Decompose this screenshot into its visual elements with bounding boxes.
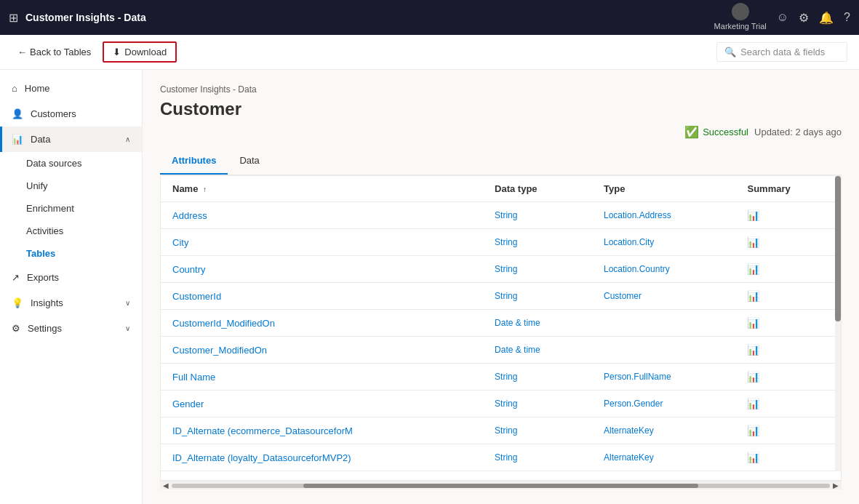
cell-summary[interactable]: 📊 — [735, 444, 841, 471]
topbar: ⊞ Customer Insights - Data Marketing Tri… — [0, 0, 859, 35]
hscroll-thumb[interactable] — [303, 484, 698, 488]
cell-summary[interactable]: 📊 — [735, 283, 841, 310]
cell-data-type: String — [483, 202, 592, 229]
scroll-right-arrow[interactable]: ▶ — [833, 481, 839, 489]
smiley-icon[interactable]: ☺ — [777, 11, 788, 24]
data-table: Name ↑ Data type Type Summary AddressStr… — [161, 176, 841, 471]
sidebar: ⌂ Home 👤 Customers 📊 Data ∧ Data sources… — [0, 70, 143, 504]
user-label: Marketing Trial — [714, 3, 767, 31]
cell-name[interactable]: Address — [161, 202, 483, 229]
cell-summary[interactable]: 📊 — [735, 310, 841, 337]
cell-name[interactable]: Country — [161, 256, 483, 283]
cell-summary[interactable]: 📊 — [735, 364, 841, 391]
sidebar-item-customers[interactable]: 👤 Customers — [0, 101, 142, 127]
grid-icon[interactable]: ⊞ — [9, 11, 18, 25]
check-circle-icon: ✅ — [684, 125, 699, 139]
cell-data-type: String — [483, 256, 592, 283]
chart-bar-icon[interactable]: 📊 — [747, 317, 759, 329]
sidebar-subitem-data-sources[interactable]: Data sources — [26, 152, 142, 175]
cell-name[interactable]: Customer_ModifiedOn — [161, 337, 483, 364]
cell-type — [592, 337, 735, 364]
chart-bar-icon[interactable]: 📊 — [747, 290, 759, 302]
sidebar-subitem-enrichment[interactable]: Enrichment — [26, 197, 142, 220]
scroll-left-arrow[interactable]: ◀ — [163, 481, 169, 489]
chart-bar-icon[interactable]: 📊 — [747, 344, 759, 356]
sidebar-item-data[interactable]: 📊 Data ∧ — [0, 127, 142, 152]
sidebar-subitem-label: Unify — [26, 180, 48, 191]
cell-name[interactable]: ID_Alternate (ecommerce_DatasourceforM — [161, 417, 483, 444]
home-icon: ⌂ — [12, 83, 17, 94]
download-button[interactable]: ⬇ Download — [103, 41, 177, 63]
col-header-data-type[interactable]: Data type — [483, 176, 592, 202]
cell-summary[interactable]: 📊 — [735, 229, 841, 256]
sidebar-item-home[interactable]: ⌂ Home — [0, 76, 142, 101]
cell-summary[interactable]: 📊 — [735, 337, 841, 364]
cell-data-type: String — [483, 417, 592, 444]
chart-bar-icon[interactable]: 📊 — [747, 236, 759, 248]
cell-data-type: String — [483, 364, 592, 391]
col-header-summary[interactable]: Summary — [735, 176, 841, 202]
sidebar-subitem-label: Activities — [26, 225, 63, 236]
topbar-right: Marketing Trial ☺ ⚙ 🔔 ? — [714, 3, 850, 31]
cell-data-type: Date & time — [483, 310, 592, 337]
table-row: CustomerId_ModifiedOnDate & time📊 — [161, 310, 841, 337]
cell-name[interactable]: Gender — [161, 391, 483, 417]
customers-icon: 👤 — [12, 108, 23, 119]
tab-attributes[interactable]: Attributes — [160, 148, 228, 175]
app-title: Customer Insights - Data — [25, 12, 707, 23]
attributes-table: Name ↑ Data type Type Summary AddressStr… — [160, 175, 842, 481]
chart-bar-icon[interactable]: 📊 — [747, 452, 759, 463]
sidebar-item-label: Home — [25, 83, 50, 94]
help-icon[interactable]: ? — [844, 11, 850, 24]
breadcrumb: Customer Insights - Data — [160, 84, 842, 95]
sort-asc-icon: ↑ — [203, 185, 207, 193]
tab-data[interactable]: Data — [228, 148, 271, 175]
exports-icon: ↗ — [12, 272, 20, 283]
search-bar[interactable]: 🔍 Search data & fields — [716, 42, 847, 62]
sidebar-subitem-tables[interactable]: Tables — [26, 242, 142, 265]
horizontal-scrollbar[interactable]: ◀ ▶ — [160, 481, 842, 489]
table-row: Customer_ModifiedOnDate & time📊 — [161, 337, 841, 364]
sidebar-subitem-unify[interactable]: Unify — [26, 175, 142, 197]
cell-name[interactable]: CustomerId — [161, 283, 483, 310]
col-header-type[interactable]: Type — [592, 176, 735, 202]
cell-type: Customer — [592, 283, 735, 310]
content-area: Customer Insights - Data Customer ✅ Succ… — [143, 70, 859, 504]
cell-type: Person.FullName — [592, 364, 735, 391]
cell-name[interactable]: CustomerId_ModifiedOn — [161, 310, 483, 337]
cell-data-type: String — [483, 283, 592, 310]
cell-data-type: String — [483, 391, 592, 417]
settings-gear-icon[interactable]: ⚙ — [799, 11, 809, 25]
chart-bar-icon[interactable]: 📊 — [747, 263, 759, 275]
table-row: ID_Alternate (loyalty_DatasourceforMVP2)… — [161, 444, 841, 471]
sidebar-item-label: Data — [31, 134, 50, 145]
cell-type: Location.Country — [592, 256, 735, 283]
user-avatar — [732, 3, 749, 20]
bell-icon[interactable]: 🔔 — [819, 11, 834, 25]
chevron-down-icon: ∨ — [125, 324, 130, 332]
sidebar-item-label: Insights — [31, 297, 63, 308]
cell-name[interactable]: City — [161, 229, 483, 256]
chart-bar-icon[interactable]: 📊 — [747, 209, 759, 221]
cell-summary[interactable]: 📊 — [735, 256, 841, 283]
back-to-tables-button[interactable]: ← Back to Tables — [12, 42, 97, 62]
vertical-scrollbar-thumb[interactable] — [835, 176, 841, 321]
sidebar-item-insights[interactable]: 💡 Insights ∨ — [0, 290, 142, 316]
table-row: GenderStringPerson.Gender📊 — [161, 391, 841, 417]
cell-summary[interactable]: 📊 — [735, 391, 841, 417]
chart-bar-icon[interactable]: 📊 — [747, 425, 759, 436]
chart-bar-icon[interactable]: 📊 — [747, 398, 759, 409]
hscroll-track — [172, 484, 830, 488]
table-row: Full NameStringPerson.FullName📊 — [161, 364, 841, 391]
sidebar-subitem-activities[interactable]: Activities — [26, 220, 142, 242]
sidebar-item-exports[interactable]: ↗ Exports — [0, 265, 142, 290]
col-header-name[interactable]: Name ↑ — [161, 176, 483, 202]
data-icon: 📊 — [12, 134, 23, 145]
chart-bar-icon[interactable]: 📊 — [747, 371, 759, 383]
sidebar-subitem-label: Enrichment — [26, 203, 74, 214]
cell-name[interactable]: Full Name — [161, 364, 483, 391]
cell-summary[interactable]: 📊 — [735, 417, 841, 444]
cell-summary[interactable]: 📊 — [735, 202, 841, 229]
sidebar-item-settings[interactable]: ⚙ Settings ∨ — [0, 316, 142, 341]
cell-name[interactable]: ID_Alternate (loyalty_DatasourceforMVP2) — [161, 444, 483, 471]
